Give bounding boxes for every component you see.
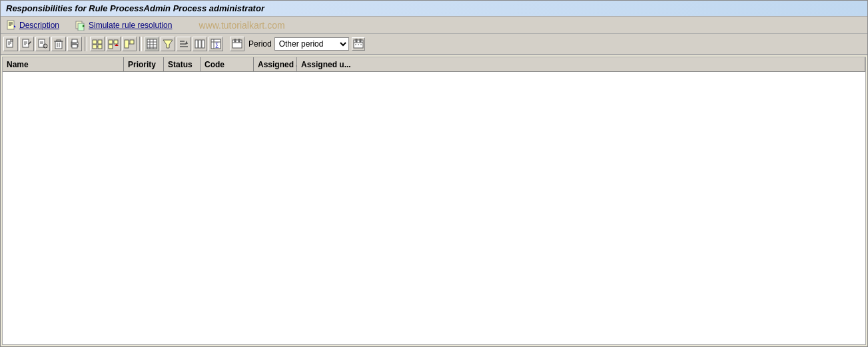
simulate-icon (75, 20, 86, 31)
table-container: Name Priority Status Code Assigned a... … (2, 57, 866, 345)
svg-rect-29 (72, 39, 77, 43)
sort-button[interactable] (177, 37, 191, 51)
svg-point-31 (77, 43, 78, 44)
svg-marker-4 (14, 25, 16, 27)
window-title: Responsibilities for Rule ProcessAdmin P… (6, 3, 264, 13)
table-header: Name Priority Status Code Assigned a... … (3, 57, 865, 72)
col-header-priority: Priority (124, 57, 164, 71)
menu-item-simulate[interactable]: Simulate rule resolution (73, 19, 175, 32)
toolbar: ∑ Period Other period Today (1, 34, 867, 55)
separator-2 (139, 37, 142, 51)
svg-rect-74 (360, 44, 362, 45)
svg-rect-73 (358, 44, 359, 45)
watermark: www.tutorialkart.com (199, 20, 284, 31)
main-window: Responsibilities for Rule ProcessAdmin P… (0, 0, 868, 347)
calendar-button[interactable] (352, 37, 365, 51)
svg-rect-59 (202, 40, 205, 48)
svg-rect-39 (114, 40, 118, 44)
edit-button[interactable] (19, 37, 34, 51)
separator-1 (85, 37, 87, 51)
svg-rect-57 (195, 40, 198, 48)
menu-item-description[interactable]: Description (3, 19, 62, 32)
new-button[interactable] (3, 37, 18, 51)
delete-button[interactable] (51, 37, 66, 51)
svg-marker-56 (185, 41, 188, 44)
col-header-assigned-u: Assigned u... (297, 57, 865, 71)
col-header-name: Name (3, 57, 124, 71)
svg-rect-33 (98, 40, 102, 44)
svg-rect-35 (98, 45, 102, 49)
description-icon (6, 20, 17, 31)
config1-button[interactable] (90, 37, 105, 51)
menu-simulate-label: Simulate rule resolution (89, 21, 172, 30)
columns-button[interactable] (193, 37, 207, 51)
svg-rect-44 (130, 40, 134, 44)
col-header-code: Code (201, 57, 254, 71)
period-label: Period (248, 39, 272, 49)
svg-marker-52 (163, 40, 173, 48)
config2-button[interactable] (106, 37, 121, 51)
svg-rect-43 (125, 40, 129, 48)
svg-rect-9 (11, 39, 13, 41)
menu-bar: Description Simulate rule resolution www… (1, 17, 867, 34)
menu-description-label: Description (19, 21, 59, 30)
svg-rect-72 (355, 44, 356, 45)
svg-rect-25 (57, 40, 61, 41)
svg-rect-30 (72, 45, 77, 48)
filter-button[interactable] (161, 37, 175, 51)
svg-line-22 (47, 47, 47, 48)
display-button[interactable] (35, 37, 50, 51)
period-select[interactable]: Other period Today Current week Current … (275, 38, 348, 50)
print-button[interactable] (67, 37, 82, 51)
svg-rect-23 (55, 41, 62, 49)
config3-button[interactable] (122, 37, 137, 51)
title-bar: Responsibilities for Rule ProcessAdmin P… (1, 1, 867, 17)
table-body (3, 72, 865, 344)
grid-button[interactable] (145, 37, 159, 51)
svg-rect-66 (234, 39, 236, 42)
svg-rect-71 (360, 39, 361, 42)
col-header-assigned-a: Assigned a... (254, 57, 297, 71)
col-header-status: Status (164, 57, 201, 71)
svg-text:∑: ∑ (215, 42, 219, 48)
svg-rect-34 (93, 45, 97, 49)
svg-rect-32 (93, 40, 97, 44)
svg-rect-40 (109, 45, 113, 49)
period-section: Period Other period Today Current week C… (230, 37, 365, 51)
export-button[interactable]: ∑ (209, 37, 223, 51)
svg-rect-64 (232, 40, 242, 48)
period-dropdown-container: Other period Today Current week Current … (274, 37, 349, 51)
svg-rect-58 (199, 40, 201, 48)
period-icon-button[interactable] (230, 37, 244, 51)
svg-rect-38 (109, 40, 113, 44)
svg-rect-70 (356, 39, 357, 42)
svg-rect-67 (238, 39, 240, 42)
